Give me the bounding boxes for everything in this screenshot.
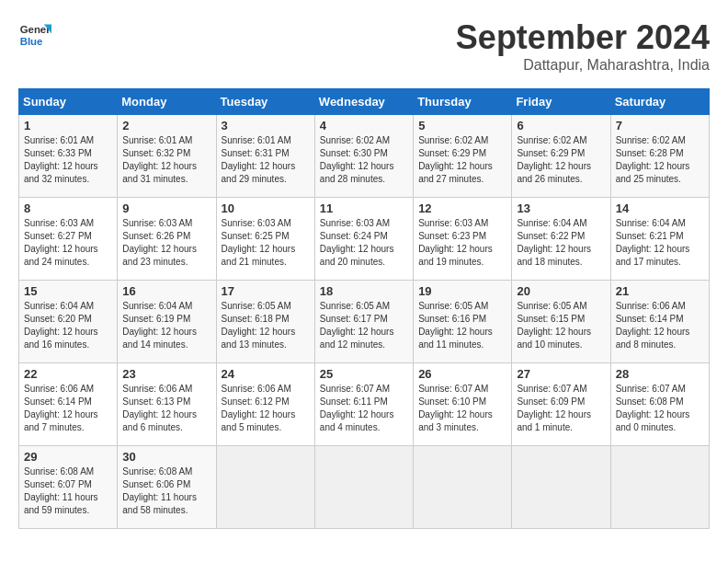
day-info: Sunrise: 6:03 AMSunset: 6:24 PMDaylight:… bbox=[320, 218, 394, 267]
calendar-cell bbox=[512, 446, 610, 529]
calendar-cell: 21Sunrise: 6:06 AMSunset: 6:14 PMDayligh… bbox=[610, 281, 709, 363]
day-number: 16 bbox=[122, 284, 210, 298]
calendar-cell: 20Sunrise: 6:05 AMSunset: 6:15 PMDayligh… bbox=[512, 281, 610, 363]
calendar-cell bbox=[216, 446, 314, 529]
day-info: Sunrise: 6:08 AMSunset: 6:07 PMDaylight:… bbox=[24, 466, 98, 515]
calendar-cell: 22Sunrise: 6:06 AMSunset: 6:14 PMDayligh… bbox=[19, 363, 118, 446]
day-info: Sunrise: 6:04 AMSunset: 6:19 PMDaylight:… bbox=[122, 301, 197, 350]
calendar-cell: 6Sunrise: 6:02 AMSunset: 6:29 PMDaylight… bbox=[512, 115, 610, 198]
calendar-week-5: 29Sunrise: 6:08 AMSunset: 6:07 PMDayligh… bbox=[19, 446, 710, 529]
calendar-cell: 28Sunrise: 6:07 AMSunset: 6:08 PMDayligh… bbox=[610, 363, 709, 446]
day-info: Sunrise: 6:07 AMSunset: 6:11 PMDaylight:… bbox=[320, 384, 394, 432]
day-info: Sunrise: 6:04 AMSunset: 6:20 PMDaylight:… bbox=[24, 301, 98, 350]
day-info: Sunrise: 6:08 AMSunset: 6:06 PMDaylight:… bbox=[122, 466, 197, 515]
calendar-cell: 15Sunrise: 6:04 AMSunset: 6:20 PMDayligh… bbox=[19, 281, 118, 363]
day-number: 13 bbox=[517, 201, 605, 215]
calendar-cell: 16Sunrise: 6:04 AMSunset: 6:19 PMDayligh… bbox=[118, 281, 216, 363]
day-info: Sunrise: 6:02 AMSunset: 6:30 PMDaylight:… bbox=[320, 135, 394, 184]
day-info: Sunrise: 6:07 AMSunset: 6:09 PMDaylight:… bbox=[517, 384, 591, 432]
calendar-cell: 29Sunrise: 6:08 AMSunset: 6:07 PMDayligh… bbox=[19, 446, 118, 529]
calendar-week-2: 8Sunrise: 6:03 AMSunset: 6:27 PMDaylight… bbox=[19, 198, 710, 281]
day-number: 4 bbox=[320, 119, 408, 132]
calendar-cell: 9Sunrise: 6:03 AMSunset: 6:26 PMDaylight… bbox=[118, 198, 216, 281]
day-number: 24 bbox=[222, 367, 310, 381]
day-number: 20 bbox=[517, 284, 605, 298]
calendar-week-1: 1Sunrise: 6:01 AMSunset: 6:33 PMDaylight… bbox=[19, 115, 710, 198]
day-info: Sunrise: 6:07 AMSunset: 6:10 PMDaylight:… bbox=[418, 384, 493, 432]
weekday-header-sunday: Sunday bbox=[19, 89, 118, 115]
day-info: Sunrise: 6:05 AMSunset: 6:15 PMDaylight:… bbox=[517, 301, 591, 350]
day-info: Sunrise: 6:06 AMSunset: 6:14 PMDaylight:… bbox=[616, 301, 690, 350]
day-number: 11 bbox=[320, 201, 408, 215]
calendar-cell: 18Sunrise: 6:05 AMSunset: 6:17 PMDayligh… bbox=[314, 281, 413, 363]
day-info: Sunrise: 6:01 AMSunset: 6:31 PMDaylight:… bbox=[222, 135, 296, 184]
calendar-cell: 26Sunrise: 6:07 AMSunset: 6:10 PMDayligh… bbox=[414, 363, 512, 446]
day-number: 6 bbox=[517, 119, 605, 132]
day-number: 15 bbox=[24, 284, 112, 298]
calendar-cell: 23Sunrise: 6:06 AMSunset: 6:13 PMDayligh… bbox=[118, 363, 216, 446]
day-number: 26 bbox=[418, 367, 506, 381]
calendar-cell: 24Sunrise: 6:06 AMSunset: 6:12 PMDayligh… bbox=[216, 363, 314, 446]
day-number: 9 bbox=[122, 201, 210, 215]
day-info: Sunrise: 6:07 AMSunset: 6:08 PMDaylight:… bbox=[616, 384, 690, 432]
day-info: Sunrise: 6:05 AMSunset: 6:18 PMDaylight:… bbox=[222, 301, 296, 350]
day-info: Sunrise: 6:06 AMSunset: 6:14 PMDaylight:… bbox=[24, 384, 98, 432]
day-info: Sunrise: 6:06 AMSunset: 6:12 PMDaylight:… bbox=[222, 384, 296, 432]
calendar-cell: 30Sunrise: 6:08 AMSunset: 6:06 PMDayligh… bbox=[118, 446, 216, 529]
day-number: 3 bbox=[222, 119, 310, 132]
calendar-cell: 12Sunrise: 6:03 AMSunset: 6:23 PMDayligh… bbox=[414, 198, 512, 281]
day-number: 18 bbox=[320, 284, 408, 298]
calendar-cell: 25Sunrise: 6:07 AMSunset: 6:11 PMDayligh… bbox=[314, 363, 413, 446]
day-info: Sunrise: 6:01 AMSunset: 6:32 PMDaylight:… bbox=[122, 135, 197, 184]
weekday-header-saturday: Saturday bbox=[610, 89, 709, 115]
weekday-header-thursday: Thursday bbox=[414, 89, 512, 115]
weekday-header-wednesday: Wednesday bbox=[314, 89, 413, 115]
page-header: General Blue September 2024 Dattapur, Ma… bbox=[18, 18, 710, 74]
day-number: 2 bbox=[122, 119, 210, 132]
title-block: September 2024 Dattapur, Maharashtra, In… bbox=[456, 18, 710, 74]
calendar-cell: 11Sunrise: 6:03 AMSunset: 6:24 PMDayligh… bbox=[314, 198, 413, 281]
location-subtitle: Dattapur, Maharashtra, India bbox=[456, 57, 710, 74]
calendar-cell: 8Sunrise: 6:03 AMSunset: 6:27 PMDaylight… bbox=[19, 198, 118, 281]
day-number: 29 bbox=[24, 450, 112, 464]
day-info: Sunrise: 6:03 AMSunset: 6:23 PMDaylight:… bbox=[418, 218, 493, 267]
calendar-cell: 10Sunrise: 6:03 AMSunset: 6:25 PMDayligh… bbox=[216, 198, 314, 281]
day-number: 19 bbox=[418, 284, 506, 298]
day-info: Sunrise: 6:02 AMSunset: 6:29 PMDaylight:… bbox=[517, 135, 591, 184]
day-info: Sunrise: 6:04 AMSunset: 6:22 PMDaylight:… bbox=[517, 218, 591, 267]
calendar-cell: 2Sunrise: 6:01 AMSunset: 6:32 PMDaylight… bbox=[118, 115, 216, 198]
day-number: 28 bbox=[616, 367, 704, 381]
day-info: Sunrise: 6:05 AMSunset: 6:16 PMDaylight:… bbox=[418, 301, 493, 350]
day-number: 27 bbox=[517, 367, 605, 381]
calendar-cell bbox=[314, 446, 413, 529]
calendar-cell: 17Sunrise: 6:05 AMSunset: 6:18 PMDayligh… bbox=[216, 281, 314, 363]
svg-text:Blue: Blue bbox=[20, 36, 43, 47]
weekday-header-tuesday: Tuesday bbox=[216, 89, 314, 115]
calendar-cell: 3Sunrise: 6:01 AMSunset: 6:31 PMDaylight… bbox=[216, 115, 314, 198]
day-number: 1 bbox=[24, 119, 112, 132]
day-number: 17 bbox=[222, 284, 310, 298]
weekday-header-friday: Friday bbox=[512, 89, 610, 115]
calendar-week-4: 22Sunrise: 6:06 AMSunset: 6:14 PMDayligh… bbox=[19, 363, 710, 446]
weekday-header-monday: Monday bbox=[118, 89, 216, 115]
calendar-header: SundayMondayTuesdayWednesdayThursdayFrid… bbox=[19, 89, 710, 115]
calendar-cell: 4Sunrise: 6:02 AMSunset: 6:30 PMDaylight… bbox=[314, 115, 413, 198]
day-number: 23 bbox=[122, 367, 210, 381]
day-number: 8 bbox=[24, 201, 112, 215]
day-info: Sunrise: 6:06 AMSunset: 6:13 PMDaylight:… bbox=[122, 384, 197, 432]
day-info: Sunrise: 6:02 AMSunset: 6:28 PMDaylight:… bbox=[616, 135, 690, 184]
logo: General Blue bbox=[18, 18, 51, 52]
calendar-cell: 14Sunrise: 6:04 AMSunset: 6:21 PMDayligh… bbox=[610, 198, 709, 281]
day-number: 22 bbox=[24, 367, 112, 381]
day-number: 21 bbox=[616, 284, 704, 298]
day-info: Sunrise: 6:03 AMSunset: 6:27 PMDaylight:… bbox=[24, 218, 98, 267]
calendar-cell bbox=[414, 446, 512, 529]
calendar-week-3: 15Sunrise: 6:04 AMSunset: 6:20 PMDayligh… bbox=[19, 281, 710, 363]
day-info: Sunrise: 6:02 AMSunset: 6:29 PMDaylight:… bbox=[418, 135, 493, 184]
month-title: September 2024 bbox=[456, 18, 710, 57]
calendar-cell: 27Sunrise: 6:07 AMSunset: 6:09 PMDayligh… bbox=[512, 363, 610, 446]
day-number: 12 bbox=[418, 201, 506, 215]
day-number: 10 bbox=[222, 201, 310, 215]
calendar-cell bbox=[610, 446, 709, 529]
day-info: Sunrise: 6:03 AMSunset: 6:25 PMDaylight:… bbox=[222, 218, 296, 267]
